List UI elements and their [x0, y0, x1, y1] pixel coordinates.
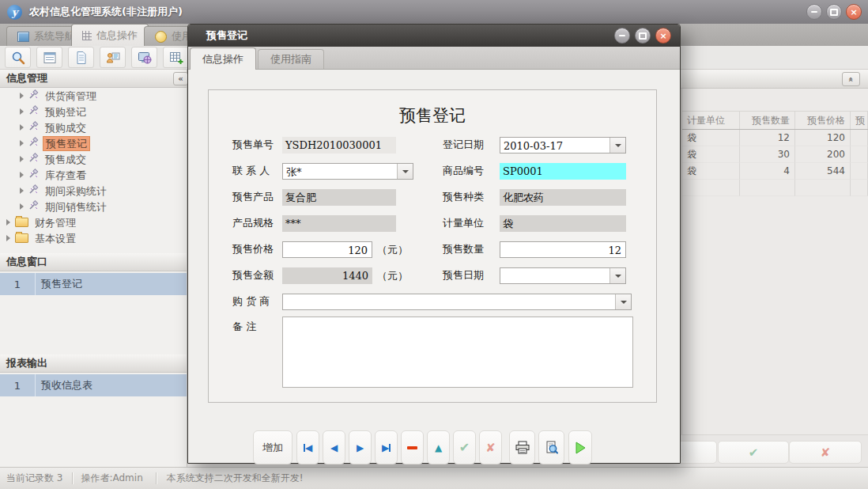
tree-item-presale-deal[interactable]: 预售成交	[0, 151, 187, 167]
tree-folder-finance[interactable]: 财务管理	[0, 214, 187, 230]
cancel-button[interactable]: ✘	[479, 430, 502, 464]
delete-record-button[interactable]	[401, 430, 424, 464]
dialog-tab-info-ops[interactable]: 信息操作	[190, 47, 256, 70]
expand-arrow-icon[interactable]	[20, 188, 24, 194]
expand-arrow-icon[interactable]	[20, 93, 24, 99]
tool-icon	[28, 184, 39, 197]
printer-icon	[515, 441, 530, 454]
dropdown-button[interactable]	[615, 294, 631, 309]
tree-item-supplier[interactable]: 供货商管理	[0, 88, 187, 104]
expand-arrow-icon[interactable]	[20, 140, 24, 146]
dialog-tab-user-guide[interactable]: 使用指南	[258, 49, 324, 69]
close-button[interactable]: ×	[846, 4, 862, 20]
tree-item-prepurchase-deal[interactable]: 预购成交	[0, 119, 187, 135]
reg-date-combo[interactable]: 2010-03-17	[500, 137, 626, 154]
expand-arrow-icon[interactable]	[20, 203, 24, 210]
spec-field: ***	[282, 215, 396, 232]
tree-item-sales-stats[interactable]: 期间销售统计	[0, 199, 187, 214]
close-icon: ×	[659, 32, 666, 40]
tab-info-ops[interactable]: 信息操作	[71, 24, 149, 46]
price-label: 预售价格	[232, 241, 274, 258]
run-button[interactable]	[568, 430, 592, 464]
cell-unit: 袋	[682, 146, 740, 163]
form-title: 预售登记	[209, 104, 656, 127]
expand-arrow-icon[interactable]	[6, 235, 10, 241]
maximize-icon	[639, 32, 647, 40]
x-icon: ✘	[821, 445, 831, 460]
user-report-button[interactable]	[100, 47, 126, 68]
column-header-unit[interactable]: 计量单位	[682, 112, 740, 129]
add-button[interactable]: 增加	[253, 430, 292, 464]
first-record-button[interactable]: ◀	[296, 430, 319, 464]
table-row[interactable]: 袋 4 544	[682, 163, 868, 180]
form-view-button[interactable]	[36, 47, 62, 68]
confirm-button[interactable]: ✔	[453, 430, 476, 464]
buyer-combo[interactable]	[282, 294, 632, 310]
cell-price: 544	[795, 163, 851, 180]
table-row[interactable]: 袋 30 200	[682, 146, 868, 163]
sidebar-collapse-button[interactable]: «	[173, 72, 188, 85]
maximize-button[interactable]	[826, 4, 842, 20]
bg-confirm-button[interactable]: ✔	[718, 441, 789, 464]
table-add-button[interactable]	[163, 47, 189, 68]
dialog-close-button[interactable]: ×	[655, 28, 671, 44]
tree-folder-settings[interactable]: 基本设置	[0, 230, 187, 246]
code-field[interactable]: SP0001	[500, 163, 626, 180]
dialog-controls: ×	[614, 28, 671, 44]
column-header-qty[interactable]: 预售数量	[740, 112, 795, 129]
info-window-header: 信息窗口	[0, 253, 187, 271]
tree-item-purchase-stats[interactable]: 期间采购统计	[0, 183, 187, 199]
reg-date-label: 登记日期	[443, 136, 484, 154]
cell-qty: 30	[740, 146, 795, 163]
qty-field[interactable]: 12	[500, 241, 626, 258]
table-header-row: 计量单位 预售数量 预售价格 预	[682, 111, 868, 130]
play-icon	[574, 441, 587, 455]
dialog-maximize-button[interactable]	[635, 28, 651, 44]
table-row[interactable]: 袋 12 120	[682, 130, 868, 146]
tree-item-inventory[interactable]: 库存查看	[0, 167, 187, 183]
next-record-button[interactable]: ▶	[349, 430, 372, 464]
collapse-up-button[interactable]: «	[842, 72, 860, 86]
report-output-row[interactable]: 1 预收信息表	[0, 374, 187, 396]
order-no-field: YSDH2010030001	[282, 137, 396, 154]
info-window-row[interactable]: 1 预售登记	[0, 273, 187, 295]
table-empty-row	[682, 180, 868, 196]
dropdown-button[interactable]	[397, 164, 413, 179]
expand-arrow-icon[interactable]	[6, 219, 10, 226]
prev-record-button[interactable]: ◀	[323, 430, 345, 464]
cell-partial	[851, 130, 868, 146]
bg-cancel-button[interactable]: ✘	[789, 441, 862, 464]
contact-combo[interactable]: 张*	[282, 163, 413, 180]
minimize-icon	[811, 11, 817, 13]
search-button[interactable]	[5, 47, 31, 68]
edit-record-button[interactable]: ▲	[427, 430, 450, 464]
buyer-label: 购 货 商	[232, 293, 270, 310]
print-button[interactable]	[509, 430, 535, 464]
category-label: 预售种类	[443, 188, 484, 206]
tool-icon	[28, 200, 39, 213]
sale-date-combo[interactable]	[500, 267, 626, 284]
expand-arrow-icon[interactable]	[20, 108, 24, 115]
column-header-price[interactable]: 预售价格	[795, 112, 851, 129]
column-header-partial[interactable]: 预	[851, 112, 868, 129]
tree-item-prepurchase-reg[interactable]: 预购登记	[0, 104, 187, 119]
tool-icon	[28, 153, 39, 165]
print-preview-button[interactable]	[538, 430, 564, 464]
expand-arrow-icon[interactable]	[20, 172, 24, 178]
dropdown-button[interactable]	[609, 268, 625, 283]
expand-arrow-icon[interactable]	[20, 156, 24, 162]
check-icon: ✔	[459, 440, 470, 455]
price-field[interactable]: 120	[282, 241, 372, 258]
dialog-minimize-button[interactable]	[614, 28, 630, 44]
last-record-button[interactable]: ▶	[375, 430, 398, 464]
dropdown-button[interactable]	[609, 138, 625, 153]
document-button[interactable]	[68, 47, 94, 68]
remark-textarea[interactable]	[282, 317, 633, 388]
maximize-icon	[830, 9, 838, 16]
minimize-button[interactable]	[806, 4, 822, 20]
cell-partial	[851, 163, 868, 180]
coin-icon	[155, 31, 167, 43]
monitor-globe-button[interactable]	[131, 47, 157, 68]
expand-arrow-icon[interactable]	[20, 124, 24, 131]
tree-item-presale-reg[interactable]: 预售登记	[0, 135, 187, 151]
